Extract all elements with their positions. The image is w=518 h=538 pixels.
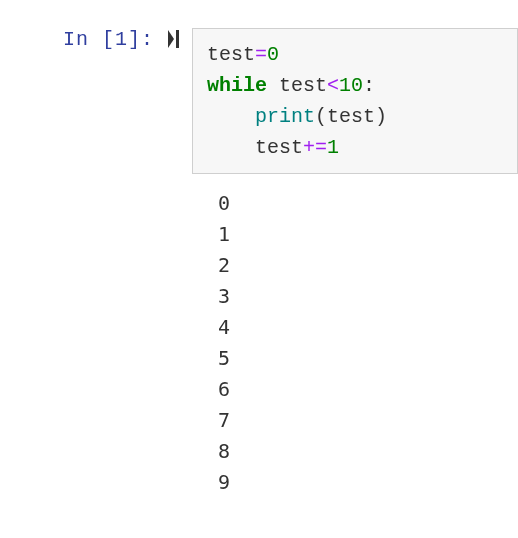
execution-prompt: In [1]: (63, 28, 154, 51)
output-line: 8 (218, 436, 492, 467)
code-input[interactable]: test=0 while test<10: print(test) test+=… (192, 28, 518, 174)
output-line: 4 (218, 312, 492, 343)
run-cell-icon[interactable] (168, 30, 184, 48)
output-line: 0 (218, 188, 492, 219)
cell-output: 0123456789 (192, 174, 518, 498)
notebook-cell: In [1]: test=0 while test<10: print(test… (0, 0, 518, 498)
prompt-area: In [1]: (0, 28, 192, 498)
output-line: 7 (218, 405, 492, 436)
cell-content: test=0 while test<10: print(test) test+=… (192, 28, 518, 498)
svg-rect-0 (176, 30, 179, 48)
output-line: 6 (218, 374, 492, 405)
output-line: 3 (218, 281, 492, 312)
output-line: 1 (218, 219, 492, 250)
output-line: 5 (218, 343, 492, 374)
output-line: 9 (218, 467, 492, 498)
output-line: 2 (218, 250, 492, 281)
